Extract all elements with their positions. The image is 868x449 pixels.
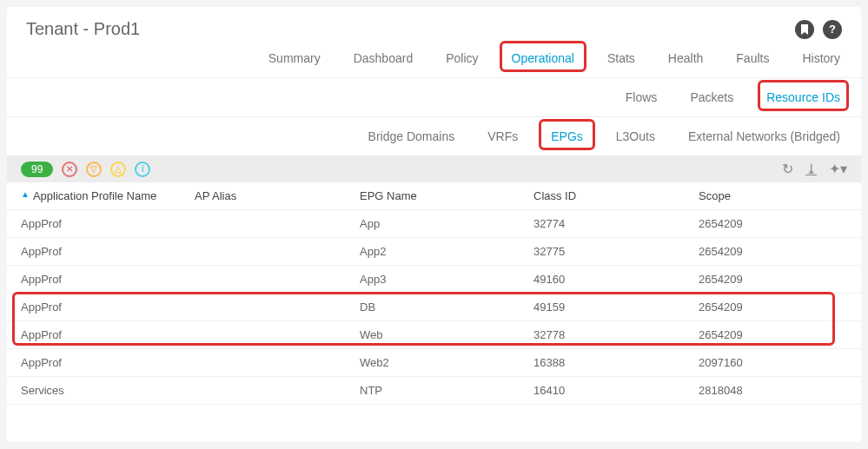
tab-stats[interactable]: Stats: [606, 48, 637, 69]
header: Tenant - Prod1 ?: [7, 16, 861, 48]
help-icon[interactable]: ?: [823, 20, 842, 39]
page-title: Tenant - Prod1: [26, 19, 140, 39]
cell-scope: 2654209: [699, 217, 847, 230]
subtab-flows[interactable]: Flows: [624, 87, 659, 108]
col-epg-name[interactable]: EPG Name: [360, 189, 533, 202]
ttab-epgs[interactable]: EPGs: [549, 126, 585, 147]
ttab-vrfs[interactable]: VRFs: [486, 126, 520, 147]
tab-operational[interactable]: Operational: [510, 48, 576, 69]
primary-tabs: SummaryDashboardPolicyOperationalStatsHe…: [7, 48, 861, 78]
highlight-annotation: [539, 119, 595, 150]
cell-ap: AppProf: [21, 328, 195, 341]
cell-cid: 49159: [533, 300, 699, 314]
cell-ap: AppProf: [21, 217, 195, 230]
cell-epg: NTP: [360, 384, 533, 397]
ttab-external-networks-bridged-[interactable]: External Networks (Bridged): [686, 126, 842, 147]
cell-ap: AppProf: [21, 356, 195, 369]
major-faults-icon[interactable]: ▽: [86, 162, 102, 177]
info-faults-icon[interactable]: i: [135, 162, 150, 177]
cell-alias: [195, 217, 360, 230]
col-ap-alias[interactable]: AP Alias: [195, 189, 360, 202]
sort-ascending-icon: ▲: [21, 189, 30, 199]
secondary-tabs: FlowsPacketsResource IDs: [7, 78, 861, 117]
cell-cid: 16410: [533, 384, 699, 397]
cell-ap: AppProf: [21, 273, 195, 286]
download-icon[interactable]: ⤓: [805, 161, 817, 177]
col-class-id[interactable]: Class ID: [533, 189, 699, 202]
cell-alias: [195, 356, 360, 369]
cell-cid: 32774: [533, 217, 699, 230]
cell-ap: Services: [21, 384, 195, 397]
cell-alias: [195, 328, 360, 341]
tools-icon[interactable]: ✦▾: [829, 161, 847, 177]
cell-alias: [195, 273, 360, 286]
cell-scope: 2818048: [699, 384, 847, 397]
minor-faults-icon[interactable]: △: [110, 162, 126, 177]
cell-alias: [195, 245, 360, 258]
cell-scope: 2654209: [699, 328, 847, 341]
tertiary-tabs: Bridge DomainsVRFsEPGsL3OutsExternal Net…: [7, 117, 861, 155]
bookmark-icon[interactable]: [795, 20, 814, 39]
ttab-bridge-domains[interactable]: Bridge Domains: [367, 126, 457, 147]
cell-cid: 49160: [533, 273, 699, 286]
cell-alias: [195, 384, 360, 397]
cell-scope: 2654209: [699, 245, 847, 258]
cell-cid: 32775: [533, 245, 699, 258]
cell-cid: 32778: [533, 328, 699, 341]
cell-scope: 2654209: [699, 273, 847, 286]
table-row[interactable]: ServicesNTP164102818048: [7, 377, 861, 405]
ttab-l3outs[interactable]: L3Outs: [614, 126, 657, 147]
table-row[interactable]: AppProfApp2327752654209: [7, 238, 861, 266]
col-scope[interactable]: Scope: [699, 189, 847, 202]
col-app-profile-name[interactable]: ▲ Application Profile Name: [21, 189, 195, 202]
subtab-resource-ids[interactable]: Resource IDs: [765, 87, 842, 108]
table-row[interactable]: AppProfDB491592654209: [7, 294, 861, 321]
cell-epg: App2: [360, 245, 533, 258]
table-row[interactable]: AppProfApp327742654209: [7, 210, 861, 238]
table-header: ▲ Application Profile Name AP Alias EPG …: [7, 182, 861, 210]
tab-dashboard[interactable]: Dashboard: [352, 48, 415, 69]
cell-ap: AppProf: [21, 300, 195, 314]
tab-history[interactable]: History: [800, 48, 842, 69]
table-row[interactable]: AppProfWeb327782654209: [7, 321, 861, 349]
cell-scope: 2654209: [699, 300, 847, 314]
table-body: AppProfApp327742654209AppProfApp23277526…: [7, 210, 861, 405]
tab-policy[interactable]: Policy: [444, 48, 480, 69]
cell-cid: 16388: [533, 356, 699, 369]
tab-health[interactable]: Health: [666, 48, 705, 69]
cell-epg: Web: [360, 328, 533, 341]
highlight-annotation: [758, 80, 849, 111]
refresh-icon[interactable]: ↻: [782, 161, 793, 177]
cell-epg: App3: [360, 273, 533, 286]
table-row[interactable]: AppProfApp3491602654209: [7, 266, 861, 294]
cell-ap: AppProf: [21, 245, 195, 258]
tenant-panel: Tenant - Prod1 ? SummaryDashboardPolicyO…: [7, 7, 861, 442]
subtab-packets[interactable]: Packets: [688, 87, 735, 108]
toolbar: 99 ✕ ▽ △ i ↻ ⤓ ✦▾: [7, 155, 861, 182]
critical-faults-icon[interactable]: ✕: [62, 162, 77, 177]
cell-epg: Web2: [360, 356, 533, 369]
tab-faults[interactable]: Faults: [734, 48, 771, 69]
cell-scope: 2097160: [699, 356, 847, 369]
header-actions: ?: [795, 20, 842, 39]
cell-epg: DB: [360, 300, 533, 314]
health-score-pill[interactable]: 99: [21, 162, 53, 177]
cell-epg: App: [360, 217, 533, 230]
table-row[interactable]: AppProfWeb2163882097160: [7, 349, 861, 377]
cell-alias: [195, 300, 360, 314]
tab-summary[interactable]: Summary: [267, 48, 322, 69]
